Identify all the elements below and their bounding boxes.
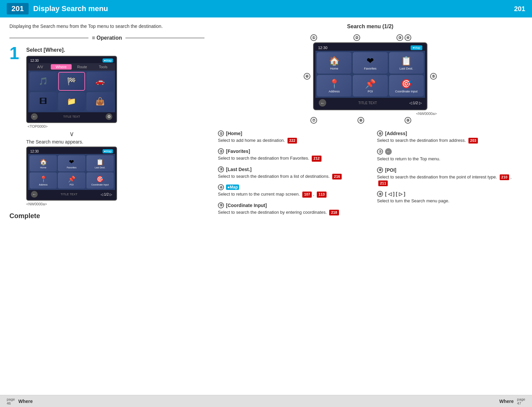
circle-3: ③ <box>396 34 403 41</box>
diagram-cell-favorites[interactable]: ❤ Favorites <box>353 52 387 74</box>
device-icon-where[interactable]: 🏁 <box>58 72 85 91</box>
search-menu-diagram: ① ② ③ ④ ⑥ 12:30 ●Map <box>218 34 523 124</box>
search-cell-home[interactable]: 🏠 Home <box>30 155 57 171</box>
desc-coordinate-text: Select to search the destination by ente… <box>218 209 364 215</box>
map-button: ●Map <box>103 58 113 63</box>
right-line <box>125 38 204 38</box>
back-button-1[interactable]: ← <box>31 113 38 120</box>
search-menu-title: Search menu (1/2) <box>218 24 523 30</box>
main-content: Displaying the Search menu from the Top … <box>0 17 532 220</box>
desc-back-icon: ← <box>385 148 392 155</box>
search-cell-coordinate[interactable]: 🎯 Coordinate Input <box>86 172 114 189</box>
search-cell-poi[interactable]: 📌 POI <box>58 172 85 189</box>
desc-circle-4: ④ <box>218 184 224 190</box>
device-mockup-1: 12:30 ●Map A/V Where Route Tools 🎵 <box>26 56 117 123</box>
desc-coordinate-header: ⑤ [Coordinate Input] <box>218 202 364 208</box>
diagram-cell-poi[interactable]: 📌 POI <box>353 75 387 96</box>
operation-heading: ≡ Operation <box>9 35 204 41</box>
left-column: Displaying the Search menu from the Top … <box>9 24 204 220</box>
diagram-icons-grid: 🏠 Home ❤ Favorites 📋 Last Dest. <box>315 51 425 98</box>
bottom-label-right: Where <box>499 399 514 404</box>
bottom-right: Where page47 <box>499 397 532 405</box>
page-ref-211: 211 <box>378 180 388 186</box>
diagram-map-btn: ●Map <box>411 45 422 50</box>
circle-2: ② <box>353 34 360 41</box>
complete-label: Complete <box>9 212 204 220</box>
step-number: 1 <box>9 44 26 62</box>
circle-9: ⑨ <box>405 117 411 124</box>
device-icon-6[interactable]: 👜 <box>86 92 114 111</box>
left-line <box>9 38 88 38</box>
device-icon-route[interactable]: 🚗 <box>86 72 114 91</box>
desc-pageflipper-title: [ ◁ ] [ ▷ ] <box>385 191 405 197</box>
desc-poi-text: Select to search the destination from th… <box>377 174 523 187</box>
desc-lastdest-text: Select to search the destination from a … <box>218 173 364 179</box>
tab-av[interactable]: A/V <box>30 64 51 70</box>
ref-bottom: <NW0000a> <box>26 202 204 206</box>
search-cell-address[interactable]: 📍 Address <box>30 172 57 189</box>
tab-route[interactable]: Route <box>72 64 93 70</box>
desc-circle-5: ⑤ <box>218 202 224 208</box>
page-title: Display Search menu <box>33 4 108 13</box>
step-content: Select [Where]. 12:30 ●Map A/V Where Rou… <box>26 47 204 206</box>
device-icon-5[interactable]: 📁 <box>58 92 85 111</box>
page-number: 201 <box>7 3 29 14</box>
device-icon-av[interactable]: 🎵 <box>30 72 57 91</box>
bottom-label-left: Where <box>15 399 33 404</box>
diagram-cell-coordinate[interactable]: 🎯 Coordinate Input <box>389 75 424 96</box>
device-title-2: TITLE TEXT <box>38 193 101 196</box>
nw-ref-diagram: <NW0000a> <box>304 112 437 116</box>
desc-circle-9: ⑨ <box>377 191 383 197</box>
circle-1: ① <box>310 34 317 41</box>
search-cell-lastdest[interactable]: 📋 Last Dest. <box>86 155 114 171</box>
device-icons-grid-1: 🎵 🏁 🚗 🎞 📁 <box>28 71 115 112</box>
desc-mapbtn-text: Select to return to the current map scre… <box>218 191 364 197</box>
desc-circle-3: ③ <box>218 166 224 172</box>
desc-left-col: ① [Home] Select to add home as destinati… <box>218 130 364 220</box>
back-button-2[interactable]: ← <box>31 191 38 198</box>
bottom-bar: page46 Where Where page47 <box>0 395 532 407</box>
diagram-page-indicator[interactable]: ◁ 1/2 ▷ <box>409 101 422 105</box>
forward-button-1[interactable]: ⚙ <box>106 113 112 120</box>
desc-address-title: [Address] <box>385 131 407 136</box>
bottom-left: page46 Where <box>0 397 67 405</box>
diagram-time: 12:30 <box>318 46 328 50</box>
diagram-cell-lastdest[interactable]: 📋 Last Dest. <box>389 52 424 74</box>
desc-circle-1: ① <box>218 130 224 136</box>
tab-tools[interactable]: Tools <box>93 64 114 70</box>
device-bottom-2: ← TITLE TEXT ◁ 1/2 ▷ <box>28 190 115 199</box>
desc-address: ⑥ [Address] Select to search the destina… <box>377 130 523 144</box>
desc-lastdest-header: ③ [Last Dest.] <box>218 166 364 172</box>
tab-where[interactable]: Where <box>51 64 72 70</box>
device-time: 12:30 <box>30 59 39 63</box>
desc-circle-6: ⑥ <box>377 130 383 136</box>
desc-pageflipper-header: ⑨ [ ◁ ] [ ▷ ] <box>377 191 523 197</box>
descriptions-grid: ① [Home] Select to add home as destinati… <box>218 130 523 220</box>
diagram-cell-home[interactable]: 🏠 Home <box>317 52 351 74</box>
diagram-device: 12:30 ●Map 🏠 Home ❤ Favorites <box>313 42 427 110</box>
desc-home-header: ① [Home] <box>218 130 364 136</box>
search-cell-favorites[interactable]: ❤ Favorites <box>58 155 85 171</box>
desc-address-text: Select to search the destination from ad… <box>377 137 523 144</box>
top-bar: 201 Display Search menu 201 <box>0 0 532 17</box>
diagram-row: ⑥ 12:30 ●Map 🏠 Home <box>304 42 437 110</box>
desc-favorites-title: [Favorites] <box>226 149 250 154</box>
device-mockup-2: 12:30 ●Map 🏠 Home ❤ Favorites <box>26 147 117 201</box>
desc-back-header: ⑦ ← <box>377 148 523 155</box>
page-indicator[interactable]: ◁ 1/2 ▷ <box>101 193 112 196</box>
desc-lastdest-title: [Last Dest.] <box>226 167 252 172</box>
desc-poi: ⑧ [POI] Select to search the destination… <box>377 167 523 187</box>
desc-favorites: ② [Favorites] Select to search the desti… <box>218 148 364 161</box>
diagram-back-btn[interactable]: ← <box>319 99 326 107</box>
desc-right-col: ⑥ [Address] Select to search the destina… <box>377 130 523 220</box>
operation-label: ≡ Operation <box>88 35 125 41</box>
device-icon-4[interactable]: 🎞 <box>30 92 57 111</box>
page-ref-107: 107 <box>302 192 312 197</box>
desc-back: ⑦ ← Select to return to the Top menu. <box>377 148 523 162</box>
page-ref-218: 218 <box>329 210 339 215</box>
arrow-down: ∨ <box>26 130 117 138</box>
diagram-cell-address[interactable]: 📍 Address <box>317 75 351 96</box>
device-topbar-2: 12:30 ●Map <box>28 149 115 154</box>
bottom-page-right: page47 <box>517 397 525 405</box>
diagram-title-text: TITLE TEXT <box>358 101 377 105</box>
